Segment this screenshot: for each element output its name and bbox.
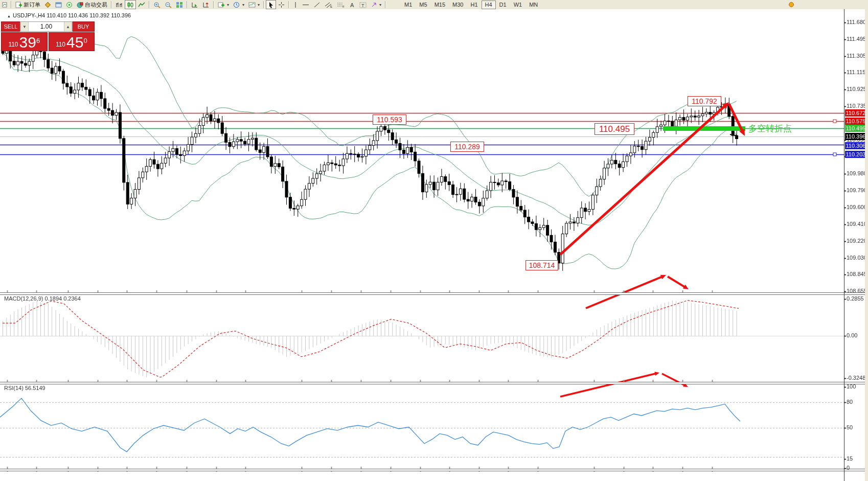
price-tick-label: 109.410: [847, 221, 867, 227]
pane-separator[interactable]: [0, 382, 868, 384]
cursor-button[interactable]: [266, 0, 276, 9]
chart-fragment-icon[interactable]: [0, 0, 9, 9]
price-chart-canvas[interactable]: [0, 9, 868, 481]
svg-text:A: A: [350, 2, 354, 8]
price-tick-label: 109.790: [847, 187, 867, 193]
price-tick-label: 109.980: [847, 170, 867, 176]
tab-timeframe-d1[interactable]: D1: [496, 1, 510, 9]
volume-increase-button[interactable]: ▲: [64, 22, 72, 31]
periods-button[interactable]: ▾: [231, 0, 246, 9]
zoom-in-button[interactable]: [151, 0, 163, 9]
toolbar-separator: [111, 1, 112, 8]
svg-text:E: E: [330, 5, 332, 8]
fibonacci-button[interactable]: F: [335, 0, 347, 9]
arrows-tool-button[interactable]: ▾: [369, 0, 383, 9]
toolbar-separator: [263, 1, 264, 8]
zoom-out-button[interactable]: [163, 0, 174, 9]
toolbar-separator: [149, 1, 150, 8]
svg-text:F: F: [342, 5, 345, 8]
tab-timeframe-m30[interactable]: M30: [449, 1, 467, 9]
volume-value[interactable]: 1.00: [29, 22, 64, 31]
price-tick-label: 109.030: [847, 255, 867, 261]
bar-chart-button[interactable]: [113, 0, 125, 9]
tab-timeframe-m1[interactable]: M1: [401, 1, 416, 9]
indicators-button[interactable]: ▾: [216, 0, 231, 9]
trendline-button[interactable]: [311, 0, 323, 9]
periods-dropdown-icon[interactable]: ▾: [242, 3, 244, 7]
rsi-axis-label: 0: [847, 465, 867, 471]
chart-shift-button[interactable]: [200, 0, 212, 9]
price-callout-110289[interactable]: 110.289: [450, 142, 484, 152]
equidistant-channel-button[interactable]: E: [323, 0, 335, 9]
new-order-label: 新订单: [24, 1, 40, 9]
tab-timeframe-h1[interactable]: H1: [467, 1, 481, 9]
candlestick-chart-button[interactable]: [125, 0, 136, 9]
tab-timeframe-m15[interactable]: M15: [431, 1, 449, 9]
auto-trading-icon: [77, 2, 83, 8]
price-tick-label: 109.600: [847, 204, 867, 210]
text-button[interactable]: A: [347, 0, 357, 9]
price-tick-label: 111.115: [847, 69, 867, 75]
buy-price-base: 110: [56, 39, 65, 50]
buy-price-big: 45: [66, 35, 83, 50]
toolbar-separator: [187, 1, 188, 8]
turning-point-annotation[interactable]: 多空转折点: [748, 123, 792, 134]
price-tick-label: 111.680: [847, 19, 867, 25]
toolbar-separator: [213, 1, 214, 8]
tab-timeframe-mn[interactable]: MN: [526, 1, 541, 9]
tab-timeframe-w1[interactable]: W1: [510, 1, 526, 9]
rsi-axis-label: 50: [847, 424, 867, 430]
macd-axis-label: 0.2855: [847, 295, 867, 302]
indicators-dropdown-icon[interactable]: ▾: [227, 3, 229, 7]
price-callout-110792[interactable]: 110.792: [688, 96, 721, 106]
mt4-terminal-window: 新订单 自动交易 ▾ ▾ ▾ E F A T ▾: [0, 0, 868, 481]
symbol-ohlc-text: USDJPY-,H4 110.410 110.436 110.392 110.3…: [13, 12, 131, 18]
rsi-label: RSI(14) 56.5149: [4, 385, 45, 391]
wifi-signal-icon[interactable]: [64, 0, 75, 9]
templates-dropdown-icon[interactable]: ▾: [258, 3, 260, 7]
price-badge: 110.495: [845, 125, 866, 132]
arrows-dropdown-icon[interactable]: ▾: [379, 3, 381, 7]
price-badge: 110.672: [845, 109, 866, 117]
text-label-button[interactable]: T: [357, 0, 369, 9]
auto-trading-label: 自动交易: [85, 1, 107, 9]
notification-icon[interactable]: [786, 0, 796, 9]
new-order-button[interactable]: 新订单: [13, 0, 42, 9]
horizontal-line-button[interactable]: [300, 0, 311, 9]
sell-price-big: 39: [19, 35, 36, 50]
sell-button[interactable]: SELL: [1, 21, 20, 32]
gold-diamond-icon[interactable]: [42, 0, 53, 9]
sell-price-base: 110: [8, 39, 18, 50]
tile-windows-button[interactable]: [174, 0, 185, 9]
sell-price-sup: 6: [36, 38, 40, 43]
buy-button[interactable]: BUY: [73, 21, 95, 32]
one-click-trading-widget: SELL ▼ 1.00 ▲ BUY 110396 110450: [1, 21, 95, 51]
auto-trading-button[interactable]: 自动交易: [75, 0, 109, 9]
templates-button[interactable]: ▾: [246, 0, 262, 9]
tab-timeframe-h4[interactable]: H4: [482, 1, 496, 9]
macd-label: MACD(12,26,9) 0.1894 0.2364: [4, 295, 81, 302]
price-callout-110495[interactable]: 110.495: [595, 123, 634, 135]
tab-timeframe-m5[interactable]: M5: [416, 1, 430, 9]
price-tick-label: 110.735: [847, 103, 867, 109]
price-tick-label: 108.845: [847, 271, 867, 277]
crosshair-button[interactable]: [276, 0, 287, 9]
line-chart-button[interactable]: [136, 0, 147, 9]
price-tick-label: 108.655: [847, 288, 867, 294]
toolbar-separator: [385, 1, 386, 8]
buy-price-panel[interactable]: 110450: [49, 32, 95, 51]
sell-price-panel[interactable]: 110396: [1, 32, 48, 51]
price-badge: 110.575: [845, 118, 866, 125]
volume-decrease-button[interactable]: ▼: [20, 22, 29, 31]
price-callout-110593[interactable]: 110.593: [373, 114, 406, 125]
new-order-icon: [15, 2, 22, 8]
buy-price-sup: 0: [83, 38, 87, 43]
vertical-line-button[interactable]: [291, 0, 300, 9]
auto-scroll-button[interactable]: [189, 0, 200, 9]
window-icon[interactable]: [53, 0, 64, 9]
pane-separator[interactable]: [0, 292, 868, 295]
rsi-axis-label: 100: [847, 383, 867, 390]
price-callout-108714[interactable]: 108.714: [526, 260, 558, 270]
pane-separator[interactable]: [0, 469, 868, 471]
symbol-marker-icon: ▲: [7, 14, 11, 18]
